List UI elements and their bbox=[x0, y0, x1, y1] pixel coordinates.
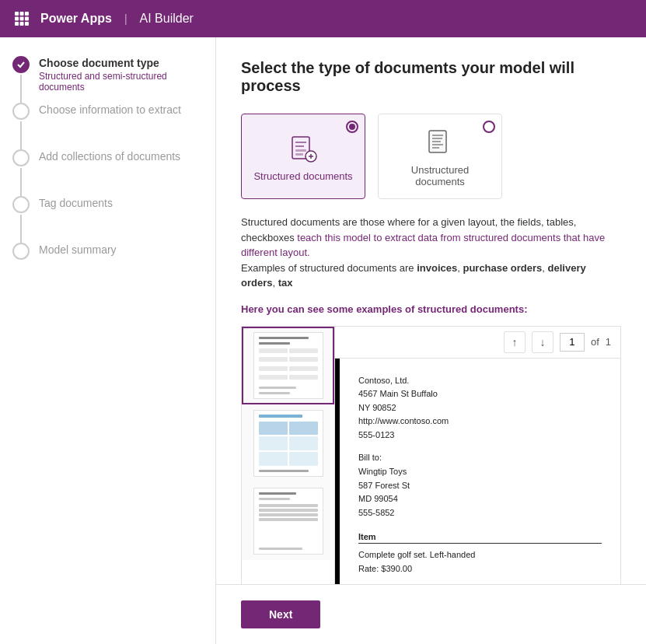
svg-rect-7 bbox=[20, 22, 24, 26]
preview-toolbar: ↑ ↓ of 1 bbox=[335, 327, 620, 359]
gallery-layout: ↑ ↓ of 1 Contoso, Ltd. 4567 Main St Buff… bbox=[241, 326, 621, 585]
step4-connector bbox=[12, 196, 30, 243]
svg-rect-3 bbox=[15, 17, 19, 21]
main-layout: Choose document type Structured and semi… bbox=[0, 37, 646, 644]
bill-to-label: Bill to: bbox=[358, 451, 602, 465]
app-name: Power Apps bbox=[40, 12, 112, 26]
step5-circle bbox=[12, 243, 30, 260]
step2-title: Choose information to extract bbox=[39, 103, 181, 116]
step1-connector bbox=[12, 56, 30, 103]
description-text: Structured documents are those where for… bbox=[241, 215, 621, 291]
step1-subtitle: Structured and semi-structured documents bbox=[39, 71, 203, 93]
page-number-input[interactable] bbox=[560, 333, 585, 352]
sidebar-item-step3[interactable]: Add collections of documents bbox=[12, 149, 203, 196]
step1-circle bbox=[12, 56, 30, 73]
company-name: Contoso, Ltd. bbox=[358, 374, 602, 388]
unstructured-icon bbox=[425, 128, 455, 158]
svg-rect-2 bbox=[25, 12, 29, 16]
unstructured-label: Unstructured documents bbox=[388, 164, 492, 187]
grid-icon[interactable] bbox=[12, 9, 31, 28]
preview-doc: Contoso, Ltd. 4567 Main St Buffalo NY 90… bbox=[340, 359, 620, 585]
thumbnail-3[interactable] bbox=[242, 482, 334, 560]
step4-circle bbox=[12, 196, 30, 213]
examples-heading: Here you can see some examples of struct… bbox=[241, 303, 621, 315]
page-of-label: of bbox=[591, 336, 599, 348]
step1-content: Choose document type Structured and semi… bbox=[39, 56, 203, 102]
bill-to-company: Wingtip Toys bbox=[358, 465, 602, 479]
step3-connector bbox=[12, 149, 30, 196]
svg-rect-5 bbox=[25, 17, 29, 21]
step3-circle bbox=[12, 149, 30, 166]
item-desc: Complete golf set. Left-handed bbox=[358, 548, 602, 562]
item-header: Item bbox=[358, 532, 602, 544]
prev-page-button[interactable]: ↑ bbox=[504, 331, 526, 353]
header-divider: | bbox=[124, 12, 127, 25]
step5-content: Model summary bbox=[39, 243, 117, 265]
sidebar: Choose document type Structured and semi… bbox=[0, 37, 216, 644]
content-area: Select the type of documents your model … bbox=[216, 37, 646, 584]
step5-title: Model summary bbox=[39, 243, 117, 256]
footer: Next bbox=[216, 584, 646, 644]
svg-rect-6 bbox=[15, 22, 19, 26]
app-header: Power Apps | AI Builder bbox=[0, 0, 646, 37]
preview-content-row: Contoso, Ltd. 4567 Main St Buffalo NY 90… bbox=[335, 359, 620, 585]
step2-content: Choose information to extract bbox=[39, 103, 181, 125]
preview-area: ↑ ↓ of 1 Contoso, Ltd. 4567 Main St Buff… bbox=[335, 327, 620, 585]
bill-info: Bill to: Wingtip Toys 587 Forest St MD 9… bbox=[358, 451, 602, 520]
step2-circle bbox=[12, 103, 30, 120]
step3-title: Add collections of documents bbox=[39, 150, 180, 163]
next-button[interactable]: Next bbox=[241, 600, 320, 628]
company-city: NY 90852 bbox=[358, 401, 602, 415]
step3-line bbox=[20, 168, 22, 196]
thumbnail-list bbox=[242, 327, 335, 585]
structured-label: Structured documents bbox=[253, 170, 352, 182]
item-rate: Rate: $390.00 bbox=[358, 562, 602, 576]
step4-content: Tag documents bbox=[39, 196, 113, 219]
step2-line bbox=[20, 121, 22, 149]
step5-connector bbox=[12, 243, 30, 260]
svg-rect-0 bbox=[15, 12, 19, 16]
structured-radio[interactable] bbox=[346, 121, 358, 133]
svg-rect-1 bbox=[20, 12, 24, 16]
sidebar-item-step2[interactable]: Choose information to extract bbox=[12, 103, 203, 149]
sidebar-item-step4[interactable]: Tag documents bbox=[12, 196, 203, 243]
step4-title: Tag documents bbox=[39, 197, 113, 209]
svg-rect-8 bbox=[25, 22, 29, 26]
bill-to-city: MD 99054 bbox=[358, 492, 602, 506]
company-web: http://www.contoso.com bbox=[358, 415, 602, 429]
company-info: Contoso, Ltd. 4567 Main St Buffalo NY 90… bbox=[358, 374, 602, 443]
page-title: Select the type of documents your model … bbox=[241, 59, 621, 95]
section-name: AI Builder bbox=[140, 12, 194, 26]
svg-rect-13 bbox=[295, 153, 303, 156]
company-address: 4567 Main St Buffalo bbox=[358, 387, 602, 401]
doc-card-structured[interactable]: Structured documents bbox=[241, 114, 365, 199]
thumbnail-2[interactable] bbox=[242, 404, 334, 482]
step3-content: Add collections of documents bbox=[39, 149, 180, 172]
page-total: 1 bbox=[606, 336, 611, 348]
step1-line bbox=[20, 75, 22, 103]
step2-connector bbox=[12, 103, 30, 149]
svg-rect-4 bbox=[20, 17, 24, 21]
step4-line bbox=[20, 215, 22, 243]
unstructured-radio[interactable] bbox=[483, 121, 495, 133]
company-phone: 555-0123 bbox=[358, 429, 602, 443]
doc-type-row: Structured documents bbox=[241, 114, 621, 199]
thumbnail-1[interactable] bbox=[242, 327, 334, 404]
bill-to-address: 587 Forest St bbox=[358, 479, 602, 493]
doc-card-unstructured[interactable]: Unstructured documents bbox=[378, 114, 502, 199]
step1-title: Choose document type bbox=[39, 57, 203, 69]
sidebar-item-step1[interactable]: Choose document type Structured and semi… bbox=[12, 56, 203, 103]
sidebar-item-step5[interactable]: Model summary bbox=[12, 243, 203, 265]
next-page-button[interactable]: ↓ bbox=[532, 331, 553, 353]
bill-to-phone: 555-5852 bbox=[358, 506, 602, 520]
svg-rect-12 bbox=[295, 149, 306, 152]
structured-icon bbox=[288, 135, 318, 164]
